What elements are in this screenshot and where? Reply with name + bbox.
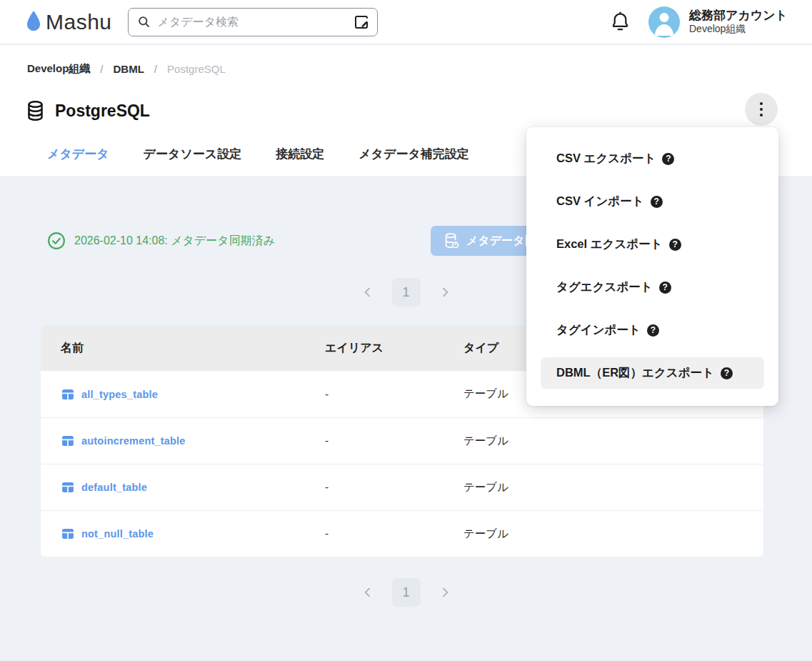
alias-cell: - <box>318 434 462 447</box>
app-logo[interactable]: Mashu <box>24 10 112 34</box>
help-icon[interactable]: ? <box>669 239 681 251</box>
page-number-button[interactable]: 1 <box>392 578 421 607</box>
user-menu[interactable]: 総務部アカウント Develop組織 <box>648 6 788 38</box>
actions-dropdown-menu: CSV エクスポート ? CSV インポート ? Excel エクスポート ? … <box>526 127 778 406</box>
help-icon[interactable]: ? <box>647 324 659 337</box>
menu-item[interactable]: タグエクスポート ? <box>541 266 764 309</box>
menu-item[interactable]: CSV エクスポート ? <box>541 137 764 180</box>
table-name-link[interactable]: default_table <box>81 482 147 493</box>
database-sync-icon <box>443 232 459 249</box>
tab[interactable]: メタデータ補完設定 <box>359 146 469 172</box>
user-organization: Develop組織 <box>689 23 788 36</box>
next-page-button[interactable] <box>436 279 453 305</box>
table-name-link[interactable]: all_types_table <box>81 389 158 400</box>
type-cell: テーブル <box>462 480 763 495</box>
next-page-button[interactable] <box>436 580 453 605</box>
table-grid-icon <box>61 387 75 402</box>
column-header-name: 名前 <box>41 341 318 356</box>
table-name-link[interactable]: autoincrement_table <box>81 435 186 447</box>
header-actions: 総務部アカウント Develop組織 <box>611 6 788 38</box>
help-icon[interactable]: ? <box>662 153 674 165</box>
breadcrumb-item[interactable]: DBML <box>114 63 144 75</box>
sync-status-text: 2026-02-10 14:08: メタデータ同期済み <box>74 234 275 249</box>
table-grid-icon <box>61 480 75 494</box>
user-avatar <box>648 6 680 38</box>
app-logo-text: Mashu <box>46 10 112 34</box>
user-name: 総務部アカウント <box>689 8 788 23</box>
prev-page-button[interactable] <box>359 580 376 605</box>
breadcrumb-separator: / <box>100 63 103 75</box>
top-header: Mashu 総務部アカウント Develop組織 <box>0 0 812 44</box>
page-number-button[interactable]: 1 <box>392 278 421 307</box>
droplet-icon <box>24 10 43 34</box>
breadcrumb: Develop組織/DBML/PostgreSQL <box>0 45 812 76</box>
tab[interactable]: 接続設定 <box>276 146 324 172</box>
table-row: default_table - テーブル <box>41 464 763 510</box>
menu-item[interactable]: DBML（ER図）エクスポート ? <box>541 357 764 389</box>
page-title: PostgreSQL <box>55 101 150 121</box>
breadcrumb-separator: / <box>154 63 157 75</box>
help-icon[interactable]: ? <box>659 282 671 294</box>
menu-item[interactable]: Excel エクスポート ? <box>541 223 764 266</box>
table-row: autoincrement_table - テーブル <box>41 417 763 464</box>
metadata-search-input[interactable] <box>158 16 353 29</box>
tab[interactable]: メタデータ <box>47 146 109 172</box>
breadcrumb-item: PostgreSQL <box>167 63 226 75</box>
notification-bell-icon[interactable] <box>611 11 630 32</box>
type-cell: テーブル <box>462 527 763 542</box>
breadcrumb-item[interactable]: Develop組織 <box>27 62 90 76</box>
table-name-link[interactable]: not_null_table <box>81 528 154 540</box>
alias-cell: - <box>318 388 462 401</box>
check-circle-icon <box>47 232 66 250</box>
advanced-search-icon[interactable] <box>353 14 370 31</box>
menu-item[interactable]: タグインポート ? <box>541 309 764 352</box>
app-root: Mashu 総務部アカウント Develop組織 <box>0 0 812 661</box>
tab[interactable]: データソース設定 <box>144 146 242 172</box>
search-icon <box>137 15 151 29</box>
help-icon[interactable]: ? <box>721 367 733 379</box>
table-grid-icon <box>61 527 75 541</box>
metadata-search-box <box>128 8 378 36</box>
type-cell: テーブル <box>462 434 763 449</box>
table-grid-icon <box>61 434 75 448</box>
alias-cell: - <box>318 527 462 540</box>
alias-cell: - <box>318 481 462 494</box>
sync-status: 2026-02-10 14:08: メタデータ同期済み <box>47 226 275 256</box>
help-icon[interactable]: ? <box>651 196 663 208</box>
menu-item[interactable]: CSV インポート ? <box>541 180 764 223</box>
database-icon <box>26 100 45 121</box>
page-title-row: PostgreSQL <box>26 94 812 127</box>
more-actions-button[interactable] <box>745 93 778 126</box>
pagination-bottom: 1 <box>0 578 812 607</box>
column-header-alias: エイリアス <box>318 341 462 356</box>
prev-page-button[interactable] <box>359 279 376 305</box>
table-row: not_null_table - テーブル <box>41 510 763 557</box>
